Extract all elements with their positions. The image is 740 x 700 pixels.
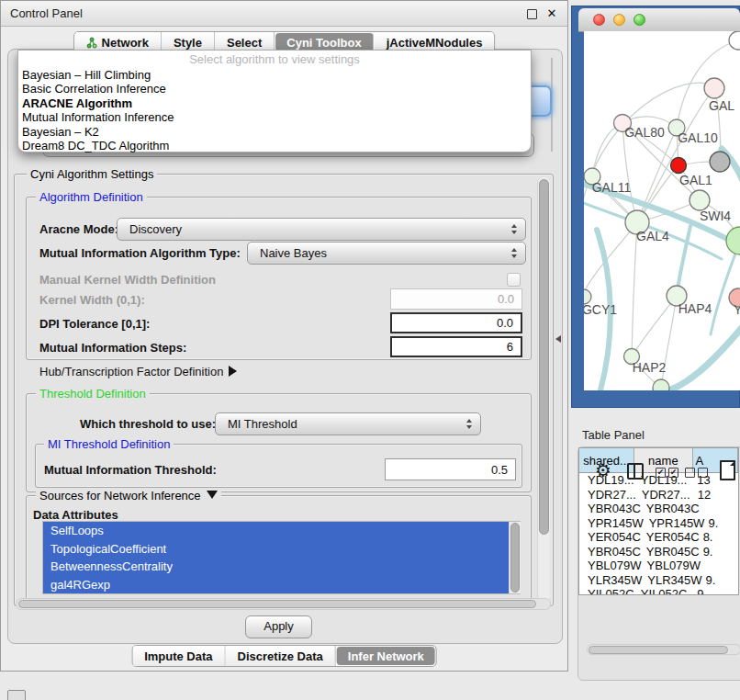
mac-minimize-icon[interactable] — [613, 14, 625, 26]
new-table-icon[interactable] — [720, 460, 735, 480]
tab-discretize-data[interactable]: Discretize Data — [226, 646, 336, 666]
deselect-all-icon[interactable] — [685, 468, 708, 478]
apply-button[interactable]: Apply — [245, 615, 312, 638]
stepper-arrows-icon — [466, 419, 472, 429]
algorithm-option-selected[interactable]: ARACNE Algorithm — [18, 96, 531, 110]
tab-cyni-toolbox[interactable]: Cyni Toolbox — [275, 33, 373, 51]
dpi-tolerance-label: DPI Tolerance [0,1]: — [39, 317, 150, 331]
network-node-label: GAL4 — [636, 229, 669, 243]
table-panel-title: Table Panel — [582, 428, 645, 442]
network-window-titlebar[interactable] — [578, 8, 740, 32]
tab-impute-data[interactable]: Impute Data — [132, 646, 225, 666]
data-attributes-label: Data Attributes — [33, 508, 118, 522]
control-panel-titlebar: Control Panel ✕ — [1, 1, 567, 27]
control-panel-window: Control Panel ✕ Network Style Select Cyn… — [0, 0, 568, 672]
table-row[interactable]: YIL052CYIL052C9 — [579, 587, 738, 595]
mi-threshold-field[interactable] — [385, 458, 516, 480]
algorithm-option[interactable]: Dream8 DC_TDC Algorithm — [18, 139, 531, 152]
algorithm-option[interactable]: Mutual Information Inference — [18, 110, 531, 124]
settings-scrollbar[interactable] — [537, 177, 550, 601]
network-node-label: SWI4 — [700, 209, 731, 223]
kernel-width-field[interactable] — [390, 288, 522, 310]
table-hscrollbar-thumb[interactable] — [589, 646, 728, 654]
table-panel: ⚙ ✔✔ shared... name A YDL19...YDL19...13… — [577, 446, 740, 681]
hub-definition-toggle[interactable]: Hub/Transcription Factor Definition — [39, 365, 237, 378]
bottom-tabs: Impute Data Discretize Data Infer Networ… — [131, 645, 437, 667]
mi-algorithm-type-combobox[interactable]: Naive Bayes — [247, 242, 526, 265]
list-item[interactable]: TopologicalCoefficient — [43, 540, 520, 559]
network-node[interactable] — [729, 31, 740, 50]
network-canvas[interactable]: GALGAL80GAL10GAL1GAL11GAL4GCY1HAP4YHAP2S… — [584, 31, 740, 390]
stepper-arrows-icon — [511, 248, 517, 258]
list-item[interactable]: SelfLoops — [43, 522, 520, 540]
table-row[interactable]: YBR043CYBR043C — [579, 502, 738, 516]
stepper-arrows-icon — [511, 224, 517, 234]
data-attributes-list: SelfLoops TopologicalCoefficient Between… — [42, 521, 521, 594]
algorithm-option[interactable]: Bayesian – Hill Climbing — [18, 68, 531, 82]
network-node[interactable] — [653, 379, 669, 390]
list-scrollbar[interactable] — [509, 522, 521, 593]
mi-threshold-label: Mutual Information Threshold: — [44, 463, 217, 477]
aracne-mode-label: Aracne Mode: — [39, 222, 118, 236]
network-icon — [86, 37, 97, 49]
which-threshold-label: Which threshold to use: — [80, 417, 216, 431]
panel-title: Control Panel — [10, 6, 83, 20]
network-node-label: GAL1 — [679, 173, 712, 187]
table-hscrollbar[interactable] — [587, 644, 740, 655]
network-window: GALGAL80GAL10GAL1GAL11GAL4GCY1HAP4YHAP2S… — [571, 6, 740, 408]
settings-hscrollbar-thumb[interactable] — [18, 600, 536, 608]
network-node-label: GAL80 — [624, 125, 665, 140]
network-node-label: GCY1 — [584, 302, 617, 317]
network-node[interactable] — [690, 190, 710, 210]
list-item[interactable]: BetweennessCentrality — [43, 558, 520, 576]
mac-close-icon[interactable] — [593, 14, 605, 26]
table-row[interactable]: YBL079WYBL079W — [579, 559, 738, 573]
table-row[interactable]: YLR345WYLR345W9. — [579, 573, 738, 588]
table-row[interactable]: YBR045CYBR045C9. — [579, 545, 738, 559]
splitter-collapse-icon[interactable] — [555, 335, 561, 343]
manual-kernel-checkbox[interactable] — [507, 273, 521, 287]
mi-steps-field[interactable] — [390, 336, 522, 357]
split-columns-icon[interactable] — [627, 463, 644, 480]
kernel-width-label: Kernel Width (0,1): — [39, 293, 145, 307]
select-all-icon[interactable]: ✔✔ — [656, 468, 678, 478]
gear-icon[interactable]: ⚙ — [595, 461, 611, 480]
network-node-label: HAP4 — [678, 301, 712, 316]
table-row[interactable]: YDR27...YDR27...12 — [579, 488, 738, 502]
dpi-tolerance-field[interactable] — [390, 312, 522, 333]
algorithm-option[interactable]: Bayesian – K2 — [18, 125, 531, 139]
group-title: Cyni Algorithm Settings — [27, 167, 157, 181]
manual-kernel-label: Manual Kernel Width Definition — [39, 273, 216, 287]
algorithm-dropdown-list: Select algorithm to view settings Bayesi… — [17, 50, 532, 152]
algorithm-option[interactable]: Basic Correlation Inference — [18, 82, 531, 96]
network-node[interactable] — [726, 227, 740, 254]
settings-hscrollbar[interactable] — [16, 598, 551, 610]
sources-toggle[interactable]: Sources for Network Inference — [36, 489, 221, 502]
network-node-label: Y — [734, 302, 740, 317]
minimized-panel-icon[interactable] — [7, 690, 26, 700]
settings-scrollbar-thumb[interactable] — [539, 179, 549, 535]
group-title: MI Threshold Definition — [44, 437, 174, 451]
tab-infer-network[interactable]: Infer Network — [337, 647, 435, 665]
list-scrollbar-thumb[interactable] — [510, 523, 520, 593]
group-title: Threshold Definition — [36, 387, 150, 401]
close-icon[interactable]: ✕ — [545, 7, 558, 20]
mac-zoom-icon[interactable] — [633, 14, 645, 26]
network-edge — [632, 296, 677, 356]
table-row[interactable]: YER054CYER054C8. — [579, 530, 738, 545]
table-row[interactable]: YPR145WYPR145W9. — [579, 516, 738, 531]
network-node-label: HAP2 — [633, 360, 667, 375]
mi-type-label: Mutual Information Algorithm Type: — [39, 246, 241, 260]
network-graph: GALGAL80GAL10GAL1GAL11GAL4GCY1HAP4YHAP2S… — [584, 31, 740, 390]
threshold-combobox[interactable]: MI Threshold — [215, 412, 481, 435]
network-node[interactable] — [671, 158, 687, 174]
mi-steps-label: Mutual Information Steps: — [39, 341, 186, 355]
tab-label: Network — [102, 36, 149, 50]
aracne-mode-combobox[interactable]: Discovery — [117, 218, 526, 241]
collapsed-arrow-icon — [229, 366, 237, 377]
network-node[interactable] — [710, 152, 730, 172]
list-item[interactable]: gal4RGexp — [43, 576, 520, 594]
network-node[interactable] — [704, 78, 724, 98]
float-window-icon[interactable] — [525, 7, 538, 20]
dropdown-placeholder: Select algorithm to view settings — [18, 52, 531, 68]
